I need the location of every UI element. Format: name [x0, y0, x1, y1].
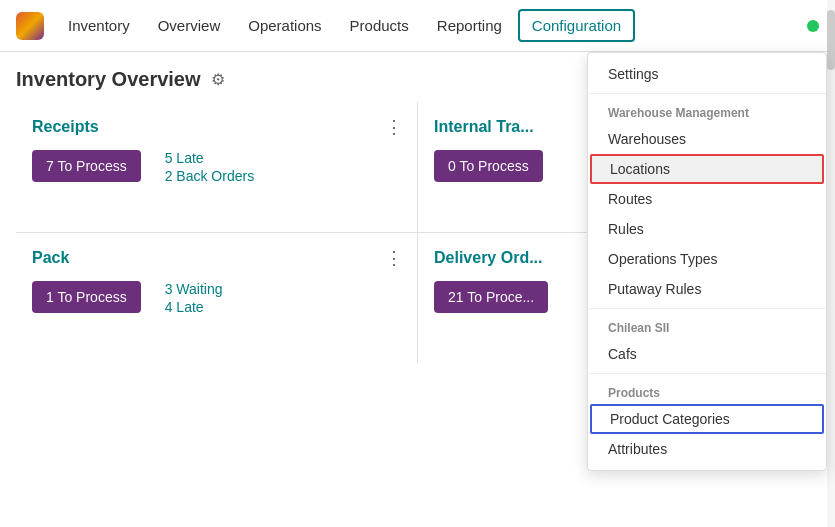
status-dot: [807, 20, 819, 32]
pack-process-button[interactable]: 1 To Process: [32, 281, 141, 313]
nav-item-products[interactable]: Products: [338, 11, 421, 40]
card-pack-stats: 3 Waiting 4 Late: [165, 281, 223, 315]
nav-item-configuration[interactable]: Configuration: [518, 9, 635, 42]
dropdown-section-products: Products: [588, 378, 826, 404]
top-nav: Inventory Overview Operations Products R…: [0, 0, 835, 52]
card-receipts-menu[interactable]: ⋮: [385, 116, 403, 138]
dropdown-divider-2: [588, 308, 826, 309]
settings-gear-icon[interactable]: ⚙: [211, 70, 225, 89]
card-receipts-title: Receipts: [32, 118, 401, 136]
pack-stat-waiting: 3 Waiting: [165, 281, 223, 297]
dropdown-divider-1: [588, 93, 826, 94]
card-receipts-stats: 5 Late 2 Back Orders: [165, 150, 254, 184]
pack-stat-late: 4 Late: [165, 299, 223, 315]
dropdown-item-locations[interactable]: Locations: [590, 154, 824, 184]
app-logo[interactable]: [16, 12, 44, 40]
receipts-stat-late: 5 Late: [165, 150, 254, 166]
card-pack: Pack ⋮ 1 To Process 3 Waiting 4 Late: [16, 233, 417, 363]
page-title: Inventory Overview: [16, 68, 201, 91]
receipts-process-button[interactable]: 7 To Process: [32, 150, 141, 182]
dropdown-item-cafs[interactable]: Cafs: [588, 339, 826, 369]
dropdown-item-putaway-rules[interactable]: Putaway Rules: [588, 274, 826, 304]
nav-item-overview[interactable]: Overview: [146, 11, 233, 40]
delivery-process-button[interactable]: 21 To Proce...: [434, 281, 548, 313]
card-receipts-body: 7 To Process 5 Late 2 Back Orders: [32, 150, 401, 184]
dropdown-item-warehouses[interactable]: Warehouses: [588, 124, 826, 154]
dropdown-item-attributes[interactable]: Attributes: [588, 434, 826, 464]
dropdown-item-rules[interactable]: Rules: [588, 214, 826, 244]
receipts-stat-back: 2 Back Orders: [165, 168, 254, 184]
card-pack-menu[interactable]: ⋮: [385, 247, 403, 269]
dropdown-item-settings[interactable]: Settings: [588, 59, 826, 89]
nav-item-operations[interactable]: Operations: [236, 11, 333, 40]
dropdown-section-warehouse-mgmt: Warehouse Management: [588, 98, 826, 124]
scrollbar-thumb[interactable]: [827, 10, 835, 70]
nav-item-reporting[interactable]: Reporting: [425, 11, 514, 40]
internal-process-button[interactable]: 0 To Process: [434, 150, 543, 182]
scrollbar-track: [827, 0, 835, 527]
nav-item-inventory[interactable]: Inventory: [56, 11, 142, 40]
dropdown-item-routes[interactable]: Routes: [588, 184, 826, 214]
configuration-dropdown: Settings Warehouse Management Warehouses…: [587, 52, 827, 471]
dropdown-item-product-categories[interactable]: Product Categories: [590, 404, 824, 434]
dropdown-divider-3: [588, 373, 826, 374]
card-receipts: Receipts ⋮ 7 To Process 5 Late 2 Back Or…: [16, 102, 417, 232]
card-pack-title: Pack: [32, 249, 401, 267]
card-pack-body: 1 To Process 3 Waiting 4 Late: [32, 281, 401, 315]
dropdown-item-operations-types[interactable]: Operations Types: [588, 244, 826, 274]
dropdown-section-chilean-sii: Chilean SII: [588, 313, 826, 339]
